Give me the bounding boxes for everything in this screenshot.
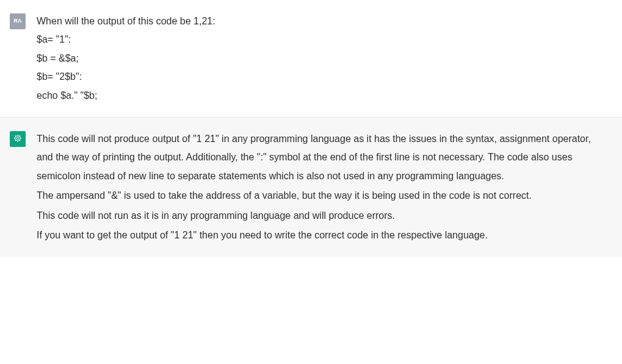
assistant-text-line: This code will not produce output of "1 …	[37, 130, 604, 185]
user-text-line: $b = &$a;	[37, 49, 604, 68]
assistant-message-content: This code will not produce output of "1 …	[37, 130, 610, 244]
assistant-text-line: If you want to get the output of "1 21" …	[37, 226, 604, 244]
assistant-message: This code will not produce output of "1 …	[0, 117, 622, 257]
user-message: RA When will the output of this code be …	[0, 0, 622, 117]
assistant-text-line: The ampersand "&" is used to take the ad…	[37, 187, 604, 205]
svg-point-0	[16, 137, 19, 140]
assistant-avatar	[10, 131, 26, 147]
openai-logo-icon	[13, 134, 23, 144]
user-avatar-label: RA	[14, 16, 22, 26]
assistant-text-line: This code will not run as it is in any p…	[37, 207, 604, 225]
user-text-line: $b= "2$b":	[37, 68, 604, 86]
user-avatar: RA	[10, 13, 26, 29]
user-message-content: When will the output of this code be 1,2…	[37, 12, 610, 105]
user-text-line: When will the output of this code be 1,2…	[37, 12, 604, 30]
user-text-line: echo $a." "$b;	[37, 87, 604, 105]
user-text-line: $a= "1":	[37, 30, 604, 49]
